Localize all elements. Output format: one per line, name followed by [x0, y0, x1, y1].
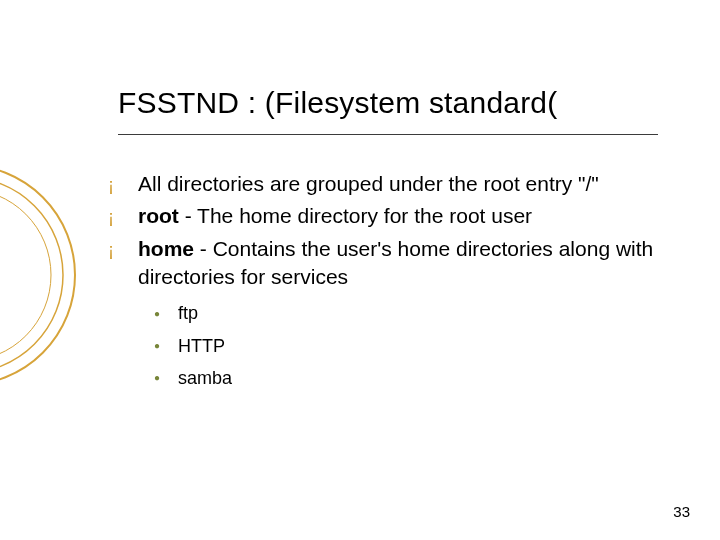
page-number: 33 — [673, 503, 690, 520]
slide: FSSTND : (Filesystem standard( ¡ All dir… — [0, 0, 720, 540]
list-item-bold: root — [138, 204, 179, 227]
circle-bullet-icon: ¡ — [108, 235, 138, 292]
sublist-item-text: ftp — [178, 301, 198, 325]
square-bullet-icon: ● — [154, 337, 178, 355]
slide-title: FSSTND : (Filesystem standard( — [118, 86, 680, 120]
square-bullet-icon: ● — [154, 305, 178, 323]
title-underline — [118, 134, 658, 135]
sublist: ● ftp ● HTTP ● samba — [154, 301, 668, 390]
sublist-item-text: HTTP — [178, 334, 225, 358]
svg-point-2 — [0, 189, 51, 361]
list-item-plain: - Contains the user's home directories a… — [138, 237, 653, 288]
list-item: ¡ root - The home directory for the root… — [108, 202, 668, 230]
list-item: ¡ All directories are grouped under the … — [108, 170, 668, 198]
list-item-plain: - The home directory for the root user — [179, 204, 532, 227]
sublist-item: ● samba — [154, 366, 668, 390]
list-item-text: home - Contains the user's home director… — [138, 235, 668, 292]
svg-point-1 — [0, 177, 63, 373]
list-item-plain: All directories are grouped under the ro… — [138, 172, 599, 195]
list-item-bold: home — [138, 237, 194, 260]
sublist-item: ● HTTP — [154, 334, 668, 358]
svg-point-0 — [0, 165, 75, 385]
sublist-item: ● ftp — [154, 301, 668, 325]
list-item-text: All directories are grouped under the ro… — [138, 170, 668, 198]
accent-graphic — [0, 120, 90, 430]
sublist-item-text: samba — [178, 366, 232, 390]
circle-bullet-icon: ¡ — [108, 202, 138, 230]
list-item-text: root - The home directory for the root u… — [138, 202, 668, 230]
body-content: ¡ All directories are grouped under the … — [108, 170, 668, 398]
list-item: ¡ home - Contains the user's home direct… — [108, 235, 668, 292]
circle-bullet-icon: ¡ — [108, 170, 138, 198]
square-bullet-icon: ● — [154, 369, 178, 387]
